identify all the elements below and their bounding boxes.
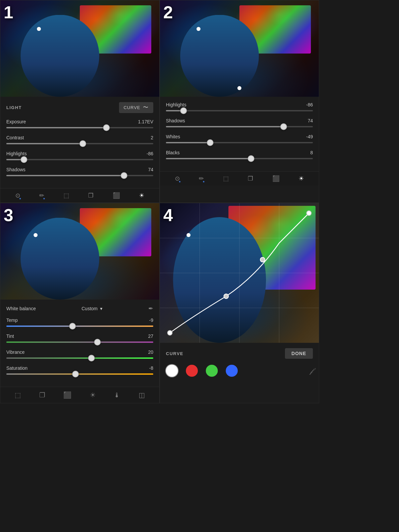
svg-point-8 xyxy=(260,257,265,262)
slider-vibrance: Vibrance 20 xyxy=(6,349,153,359)
tint-track[interactable] xyxy=(6,341,153,343)
toolbar-export-icon-2[interactable]: ⬛ xyxy=(272,175,280,182)
section-header-1: LIGHT CURVE 〜 xyxy=(6,102,153,113)
feather-icon: 𝒻 xyxy=(311,366,313,375)
slider-exposure: Exposure 1.17EV xyxy=(6,119,153,128)
panel-1: 1 LIGHT CURVE 〜 Exposure 1.17EV xyxy=(0,0,160,203)
channel-blue[interactable] xyxy=(226,365,238,377)
wb-label: White balance xyxy=(6,306,36,311)
tonal-icon-3[interactable]: ◫ xyxy=(139,391,145,399)
toolbar-light-icon-2[interactable]: ☀ xyxy=(299,175,304,182)
dot-2 xyxy=(197,27,200,31)
export-icon-3[interactable]: ⬛ xyxy=(63,391,71,399)
wb-dropdown-icon[interactable]: ▾ xyxy=(100,306,102,311)
curve-bottom-header: CURVE DONE xyxy=(166,348,313,359)
dot-4 xyxy=(187,233,191,237)
toolbar-copy-icon-2[interactable]: ❐ xyxy=(248,175,253,182)
slider-temp: Temp -9 xyxy=(6,318,153,327)
curve-svg xyxy=(160,203,319,343)
slider-contrast: Contrast 2 xyxy=(6,135,153,144)
toolbar-brush-icon-1[interactable]: ✏ xyxy=(39,192,44,199)
toolbar-brush-icon-2[interactable]: ✏ xyxy=(199,175,204,182)
panel-3: 3 White balance Custom ▾ ✒ Temp -9 xyxy=(0,203,160,403)
bottom-bar-3: ⬚ ❐ ⬛ ☀ 🌡 ◫ xyxy=(0,387,159,403)
toolbar-ai-icon-1[interactable]: ⊙ xyxy=(15,192,20,199)
slider-highlights-2: Highlights -86 xyxy=(166,102,313,111)
curve-label-1: CURVE xyxy=(124,105,140,110)
slider-highlights-1: Highlights -86 xyxy=(6,151,153,160)
toolbar-light-icon-1[interactable]: ☀ xyxy=(139,192,144,199)
slider-whites: Whites -49 xyxy=(166,134,313,143)
whites-label: Whites xyxy=(166,134,180,139)
wb-value: Custom xyxy=(81,306,97,311)
panel-number-2: 2 xyxy=(163,4,173,21)
contrast-track[interactable] xyxy=(6,143,153,144)
shadows-track-1[interactable] xyxy=(6,175,153,176)
saturation-track[interactable] xyxy=(6,373,153,375)
slider-blacks: Blacks 8 xyxy=(166,150,313,159)
exposure-track[interactable] xyxy=(6,127,153,128)
wb-row: White balance Custom ▾ ✒ xyxy=(6,305,153,312)
eyedropper-icon[interactable]: ✒ xyxy=(148,305,153,312)
photo-2: 2 xyxy=(160,0,319,97)
toolbar-2: ⊙ ✏ ⬚ ❐ ⬛ ☀ xyxy=(160,171,319,186)
dot-3 xyxy=(34,233,38,237)
vibrance-track[interactable] xyxy=(6,357,153,359)
channel-green[interactable] xyxy=(206,365,218,377)
section-title-1: LIGHT xyxy=(6,105,22,110)
toolbar-crop-icon-1[interactable]: ⬚ xyxy=(64,192,69,199)
svg-point-9 xyxy=(307,211,311,215)
curve-bottom: CURVE DONE 𝒻 xyxy=(160,343,319,382)
channel-white[interactable] xyxy=(166,365,178,377)
done-button[interactable]: DONE xyxy=(285,348,313,359)
curve-overlay xyxy=(160,203,319,343)
dot-2b xyxy=(237,86,241,90)
shadows-track-2[interactable] xyxy=(166,126,313,127)
photo-1: 1 xyxy=(0,0,159,97)
slider-shadows-1: Shadows 74 xyxy=(6,167,153,176)
copy-icon-3[interactable]: ❐ xyxy=(39,391,45,399)
main-grid: 1 LIGHT CURVE 〜 Exposure 1.17EV xyxy=(0,0,319,403)
slider-saturation: Saturation -8 xyxy=(6,365,153,375)
toolbar-ai-icon-2[interactable]: ⊙ xyxy=(175,175,180,182)
toolbar-1: ⊙ ✏ ⬚ ❐ ⬛ ☀ xyxy=(0,188,159,202)
curve-icon-1: 〜 xyxy=(143,104,149,111)
slider-tint: Tint 27 xyxy=(6,333,153,343)
toolbar-crop-icon-2[interactable]: ⬚ xyxy=(223,175,229,182)
controls-3: White balance Custom ▾ ✒ Temp -9 Tint xyxy=(0,300,159,387)
slider-shadows-2: Shadows 74 xyxy=(166,118,313,127)
panel-number-4: 4 xyxy=(163,206,173,224)
svg-point-6 xyxy=(168,331,172,335)
highlights-track-2[interactable] xyxy=(166,110,313,111)
panel-number-1: 1 xyxy=(4,4,13,21)
channel-red[interactable] xyxy=(186,365,198,377)
curve-button-1[interactable]: CURVE 〜 xyxy=(119,102,153,113)
svg-point-7 xyxy=(224,294,228,299)
highlights-track-1[interactable] xyxy=(6,159,153,160)
toolbar-copy-icon-1[interactable]: ❐ xyxy=(88,192,93,199)
panel-4: 4 xyxy=(160,203,319,403)
controls-1: LIGHT CURVE 〜 Exposure 1.17EV Contr xyxy=(0,97,159,188)
temp-icon-3[interactable]: 🌡 xyxy=(114,391,120,399)
temp-track[interactable] xyxy=(6,326,153,327)
curve-bottom-label: CURVE xyxy=(166,351,184,356)
panel-number-3: 3 xyxy=(4,206,13,224)
channel-buttons: 𝒻 xyxy=(166,365,313,377)
whites-track[interactable] xyxy=(166,142,313,143)
dot-1 xyxy=(37,27,41,31)
toolbar-export-icon-1[interactable]: ⬛ xyxy=(113,192,120,199)
controls-2: Highlights -86 Shadows 74 xyxy=(160,97,319,171)
photo-3: 3 xyxy=(0,203,159,300)
photo-4: 4 xyxy=(160,203,319,343)
light-icon-3[interactable]: ☀ xyxy=(90,391,96,399)
crop-icon-3[interactable]: ⬚ xyxy=(15,391,21,399)
blacks-track[interactable] xyxy=(166,158,313,159)
panel-2: 2 Highlights -86 Shadows 74 xyxy=(160,0,319,203)
